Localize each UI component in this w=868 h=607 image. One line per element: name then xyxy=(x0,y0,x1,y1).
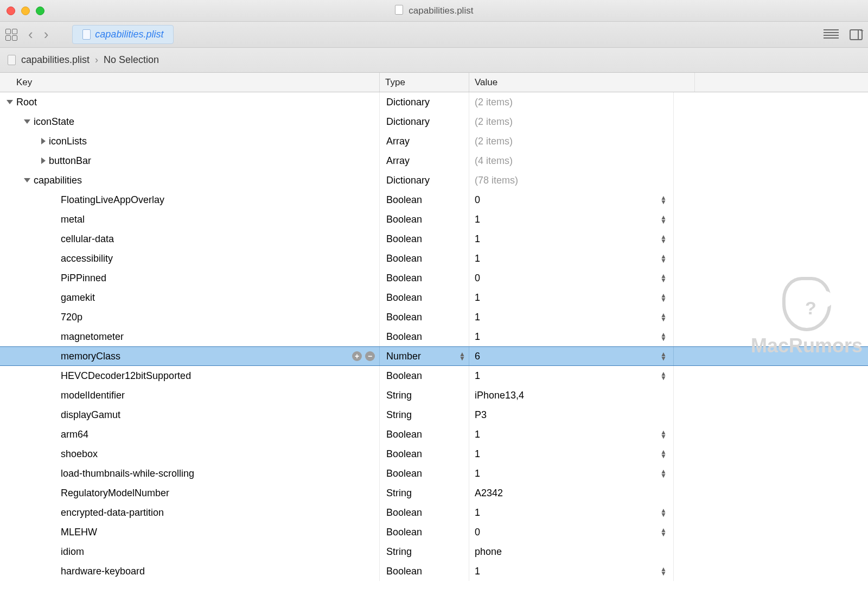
cell-key[interactable]: arm64 xyxy=(0,425,380,444)
cell-value[interactable]: (78 items) xyxy=(469,170,674,190)
navigator-grid-icon[interactable] xyxy=(5,29,17,41)
remove-row-button[interactable]: − xyxy=(365,351,375,361)
add-row-button[interactable]: + xyxy=(352,351,362,361)
table-row[interactable]: memoryClass+−Number▲▼6▲▼ xyxy=(0,346,868,366)
cell-value[interactable]: P3 xyxy=(469,405,674,425)
cell-value[interactable]: 1▲▼ xyxy=(469,210,674,229)
table-row[interactable]: hardware-keyboardBoolean1▲▼ xyxy=(0,561,868,581)
cell-key[interactable]: metal xyxy=(0,210,380,229)
value-stepper-icon[interactable]: ▲▼ xyxy=(658,313,669,321)
cell-key[interactable]: load-thumbnails-while-scrolling xyxy=(0,464,380,483)
cell-value[interactable]: 0▲▼ xyxy=(469,190,674,210)
table-row[interactable]: HEVCDecoder12bitSupportedBoolean1▲▼ xyxy=(0,366,868,385)
table-row[interactable]: capabilitiesDictionary(78 items) xyxy=(0,170,868,190)
cell-value[interactable]: (2 items) xyxy=(469,131,674,151)
cell-key[interactable]: MLEHW xyxy=(0,522,380,542)
value-stepper-icon[interactable]: ▲▼ xyxy=(658,528,669,536)
cell-type[interactable]: Boolean xyxy=(380,503,469,522)
table-row[interactable]: PiPPinnedBoolean0▲▼ xyxy=(0,268,868,288)
value-stepper-icon[interactable]: ▲▼ xyxy=(658,469,669,478)
value-stepper-icon[interactable]: ▲▼ xyxy=(658,293,669,302)
table-row[interactable]: displayGamutStringP3 xyxy=(0,405,868,425)
cell-key[interactable]: Root xyxy=(0,92,380,112)
cell-value[interactable]: 1▲▼ xyxy=(469,366,674,385)
cell-value[interactable]: 1▲▼ xyxy=(469,561,674,581)
cell-key[interactable]: 720p xyxy=(0,307,380,327)
table-row[interactable]: metalBoolean1▲▼ xyxy=(0,210,868,229)
cell-key[interactable]: modelIdentifier xyxy=(0,385,380,405)
table-row[interactable]: magnetometerBoolean1▲▼ xyxy=(0,327,868,346)
cell-type[interactable]: Boolean xyxy=(380,425,469,444)
table-row[interactable]: gamekitBoolean1▲▼ xyxy=(0,288,868,307)
cell-key[interactable]: encrypted-data-partition xyxy=(0,503,380,522)
cell-key[interactable]: capabilities xyxy=(0,170,380,190)
cell-value[interactable]: 1▲▼ xyxy=(469,249,674,268)
type-stepper-icon[interactable]: ▲▼ xyxy=(459,352,465,361)
value-stepper-icon[interactable]: ▲▼ xyxy=(658,567,669,576)
cell-type[interactable]: String xyxy=(380,405,469,425)
cell-key[interactable]: buttonBar xyxy=(0,151,380,170)
cell-key[interactable]: accessibility xyxy=(0,249,380,268)
cell-value[interactable]: 1▲▼ xyxy=(469,503,674,522)
column-key[interactable]: Key xyxy=(0,73,380,92)
cell-type[interactable]: Boolean xyxy=(380,327,469,346)
value-stepper-icon[interactable]: ▲▼ xyxy=(658,430,669,439)
back-arrow-icon[interactable]: ‹ xyxy=(25,26,36,43)
value-stepper-icon[interactable]: ▲▼ xyxy=(658,215,669,224)
cell-type[interactable]: Boolean xyxy=(380,522,469,542)
table-row[interactable]: shoeboxBoolean1▲▼ xyxy=(0,444,868,464)
cell-value[interactable]: A2342 xyxy=(469,483,674,503)
table-row[interactable]: 720pBoolean1▲▼ xyxy=(0,307,868,327)
value-stepper-icon[interactable]: ▲▼ xyxy=(658,450,669,458)
cell-key[interactable]: iconState xyxy=(0,112,380,131)
cell-type[interactable]: Number▲▼ xyxy=(380,347,469,365)
cell-type[interactable]: Boolean xyxy=(380,210,469,229)
cell-type[interactable]: Array xyxy=(380,131,469,151)
tab-file[interactable]: capabilities.plist xyxy=(72,25,174,44)
cell-type[interactable]: Boolean xyxy=(380,464,469,483)
table-row[interactable]: arm64Boolean1▲▼ xyxy=(0,425,868,444)
cell-value[interactable]: 1▲▼ xyxy=(469,307,674,327)
cell-value[interactable]: 0▲▼ xyxy=(469,268,674,288)
cell-key[interactable]: displayGamut xyxy=(0,405,380,425)
table-row[interactable]: FloatingLiveAppOverlayBoolean0▲▼ xyxy=(0,190,868,210)
cell-value[interactable]: 1▲▼ xyxy=(469,288,674,307)
table-row[interactable]: RootDictionary(2 items) xyxy=(0,92,868,112)
table-row[interactable]: MLEHWBoolean0▲▼ xyxy=(0,522,868,542)
cell-value[interactable]: (4 items) xyxy=(469,151,674,170)
cell-type[interactable]: Dictionary xyxy=(380,112,469,131)
cell-type[interactable]: String xyxy=(380,483,469,503)
cell-value[interactable]: (2 items) xyxy=(469,92,674,112)
disclosure-triangle-icon[interactable] xyxy=(41,157,46,164)
cell-key[interactable]: hardware-keyboard xyxy=(0,561,380,581)
cell-value[interactable]: iPhone13,4 xyxy=(469,385,674,405)
cell-type[interactable]: Boolean xyxy=(380,561,469,581)
value-stepper-icon[interactable]: ▲▼ xyxy=(658,274,669,282)
cell-type[interactable]: String xyxy=(380,542,469,561)
cell-value[interactable]: 6▲▼ xyxy=(469,347,674,365)
cell-value[interactable]: 0▲▼ xyxy=(469,522,674,542)
cell-type[interactable]: Boolean xyxy=(380,268,469,288)
table-row[interactable]: buttonBarArray(4 items) xyxy=(0,151,868,170)
value-stepper-icon[interactable]: ▲▼ xyxy=(658,371,669,380)
cell-key[interactable]: RegulatoryModelNumber xyxy=(0,483,380,503)
table-row[interactable]: load-thumbnails-while-scrollingBoolean1▲… xyxy=(0,464,868,483)
cell-value[interactable]: 1▲▼ xyxy=(469,229,674,249)
cell-value[interactable]: 1▲▼ xyxy=(469,425,674,444)
table-row[interactable]: iconStateDictionary(2 items) xyxy=(0,112,868,131)
value-stepper-icon[interactable]: ▲▼ xyxy=(658,508,669,517)
cell-value[interactable]: phone xyxy=(469,542,674,561)
table-row[interactable]: RegulatoryModelNumberStringA2342 xyxy=(0,483,868,503)
cell-value[interactable]: 1▲▼ xyxy=(469,327,674,346)
disclosure-triangle-icon[interactable] xyxy=(41,138,46,144)
cell-value[interactable]: 1▲▼ xyxy=(469,444,674,464)
cell-type[interactable]: String xyxy=(380,385,469,405)
value-stepper-icon[interactable]: ▲▼ xyxy=(658,352,669,361)
disclosure-triangle-icon[interactable] xyxy=(7,100,13,104)
cell-key[interactable]: idiom xyxy=(0,542,380,561)
cell-type[interactable]: Dictionary xyxy=(380,92,469,112)
cell-type[interactable]: Boolean xyxy=(380,288,469,307)
cell-value[interactable]: 1▲▼ xyxy=(469,464,674,483)
breadcrumb[interactable]: capabilities.plist › No Selection xyxy=(0,48,868,73)
cell-type[interactable]: Boolean xyxy=(380,366,469,385)
